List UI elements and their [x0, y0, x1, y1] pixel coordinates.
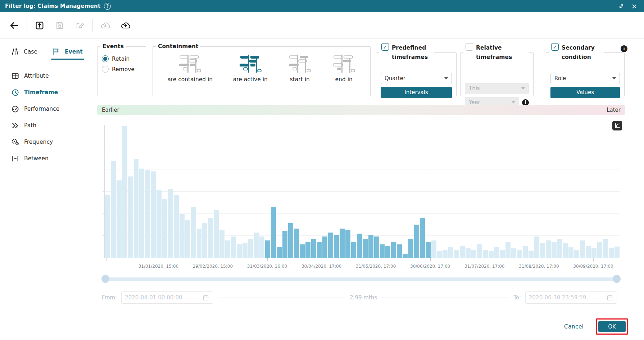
chevron-down-icon — [512, 101, 515, 104]
download-cloud-button[interactable] — [98, 18, 113, 33]
sidebar-item-frequency[interactable]: Frequency — [0, 134, 96, 150]
sidebar-item-performance[interactable]: Performance — [0, 101, 96, 117]
divider-line — [218, 298, 345, 298]
x-axis-tick — [267, 258, 268, 261]
sidebar-item-attribute[interactable]: Attribute — [0, 68, 96, 84]
y-axis-tick — [103, 213, 105, 214]
histogram-bar — [385, 246, 390, 258]
histogram-bar — [180, 214, 185, 258]
containment-option-active-in[interactable]: are active in — [233, 54, 268, 83]
histogram-bar — [122, 126, 127, 258]
from-to-row: From: 2020-04-01 00:00:00 2.99 mths To: … — [102, 290, 617, 305]
close-icon[interactable]: × — [630, 2, 639, 10]
histogram-bar — [340, 229, 345, 258]
values-button[interactable]: Values — [550, 87, 620, 98]
histogram-bar — [420, 218, 425, 258]
export-filter-button[interactable] — [32, 18, 47, 33]
sidebar-item-timeframe[interactable]: Timeframe — [0, 84, 96, 101]
histogram-bar — [546, 240, 551, 258]
save-filter-button[interactable] — [52, 18, 67, 33]
histogram-bar — [105, 195, 110, 258]
histogram-bar — [557, 239, 562, 258]
x-axis-label: 30/06/2020, 17:00 — [410, 264, 450, 269]
histogram-bar — [552, 242, 557, 258]
histogram-bar — [586, 246, 591, 258]
relative-timeframes-panel: ✓ Relative timeframes This Year i — [460, 43, 534, 96]
selection-boundary-line — [431, 125, 431, 258]
histogram-bars — [105, 125, 620, 258]
histogram-bar — [277, 247, 282, 258]
maximize-icon[interactable] — [617, 2, 626, 10]
sidebar-item-label: Timeframe — [24, 89, 58, 96]
from-date-input[interactable]: 2020-04-01 00:00:00 — [121, 291, 213, 304]
y-axis-tick — [103, 125, 105, 125]
containment-option-end-in[interactable]: end in — [332, 54, 356, 83]
intervals-button[interactable]: Intervals — [381, 87, 452, 98]
histogram-bar — [139, 169, 144, 258]
to-date-input[interactable]: 2020-06-30 23:59:59 — [525, 291, 617, 304]
histogram-bar — [259, 236, 264, 258]
histogram-bar — [568, 247, 573, 258]
x-axis-tick — [593, 258, 594, 261]
later-label: Later — [607, 107, 621, 113]
sidebar-item-path[interactable]: Path — [0, 117, 96, 134]
histogram-bar — [111, 161, 116, 258]
x-axis-tick — [213, 258, 213, 261]
remove-radio[interactable]: Remove — [102, 66, 141, 73]
histogram-bar — [242, 243, 248, 258]
chevron-down-icon — [521, 87, 525, 89]
histogram-bar — [489, 251, 494, 258]
x-axis-label: 31/07/2020, 17:00 — [464, 264, 504, 269]
x-axis-label: 30/09/2020, 17:00 — [573, 264, 613, 269]
tab-event[interactable]: Event — [52, 47, 83, 58]
dialog-actions: Cancel OK — [564, 318, 628, 335]
secondary-info-icon[interactable]: i — [621, 45, 627, 52]
predefined-timeframes-checkbox[interactable]: ✓ — [381, 43, 389, 51]
slider-track[interactable] — [103, 277, 620, 281]
slider-handle-left[interactable] — [101, 275, 109, 283]
cancel-button[interactable]: Cancel — [564, 323, 584, 330]
log-scale-button[interactable] — [612, 121, 622, 130]
histogram-bar — [505, 242, 511, 258]
relative-this-dropdown[interactable]: This — [465, 83, 529, 94]
secondary-attribute-dropdown[interactable]: Role — [550, 73, 620, 84]
tab-case[interactable]: Case — [11, 47, 37, 58]
sidebar-item-between[interactable]: Between — [0, 150, 96, 167]
double-chevron-icon — [11, 121, 19, 130]
slider-handle-right[interactable] — [613, 275, 621, 283]
predefined-timeframes-panel: ✓ Predefined timeframes Quarter Interval… — [376, 43, 457, 96]
retain-radio[interactable]: Retain — [102, 55, 141, 62]
signpost-icon — [332, 54, 356, 73]
calendar-icon[interactable] — [606, 294, 614, 302]
histogram-bar — [305, 242, 310, 258]
histogram-bar — [225, 240, 230, 258]
x-axis-tick — [322, 258, 322, 261]
ok-button[interactable]: OK — [598, 321, 626, 332]
containment-option-start-in[interactable]: start in — [288, 54, 312, 83]
predefined-unit-dropdown[interactable]: Quarter — [381, 73, 452, 84]
duration-label: 2.99 mths — [350, 294, 377, 301]
events-legend: Events — [100, 43, 126, 50]
containment-option-contained-in[interactable]: are contained in — [167, 54, 213, 83]
histogram-bar — [185, 220, 190, 258]
save-filter-as-button[interactable] — [72, 18, 87, 33]
histogram-bar — [334, 235, 339, 258]
relative-timeframes-checkbox[interactable]: ✓ — [466, 43, 473, 51]
tab-label: Case — [24, 49, 37, 55]
range-slider — [103, 275, 620, 283]
histogram-bar — [529, 251, 534, 258]
help-icon[interactable]: ? — [104, 3, 111, 10]
calendar-icon[interactable] — [202, 294, 210, 302]
back-button[interactable] — [6, 18, 22, 33]
histogram-bar — [328, 233, 333, 258]
secondary-condition-checkbox[interactable]: ✓ — [551, 43, 559, 51]
dialog-title: Filter log: Claims Management — [5, 3, 100, 9]
histogram-bar — [443, 250, 448, 258]
chart-plot[interactable] — [104, 125, 620, 258]
x-axis-label: 29/02/2020, 15:00 — [193, 264, 233, 269]
radio-icon — [102, 66, 109, 73]
toolbar — [0, 12, 644, 39]
upload-cloud-button[interactable] — [118, 18, 133, 33]
histogram-bar — [454, 250, 459, 258]
x-axis-tick — [430, 258, 431, 261]
